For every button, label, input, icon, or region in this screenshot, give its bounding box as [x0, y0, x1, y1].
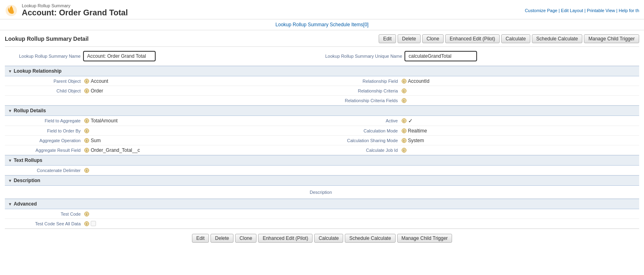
- name-row: Lookup Rollup Summary Name Account: Orde…: [5, 47, 639, 66]
- relationship-field-value: AccountId: [408, 78, 429, 84]
- rollup-details-arrow-icon: ▼: [8, 109, 12, 113]
- test-code-see-all-cell: Test Code See All Data i: [5, 219, 322, 228]
- relationship-criteria-fields-info-icon[interactable]: i: [402, 98, 406, 103]
- relationship-criteria-fields-row: Relationship Criteria Fields i: [5, 96, 639, 105]
- concatenate-delimiter-row: Concatenate Delimiter i: [5, 166, 639, 175]
- test-code-label: Test Code: [8, 212, 81, 216]
- rollup-details-section-header[interactable]: ▼ Rollup Details: [5, 105, 639, 116]
- enhanced-edit-button-bottom[interactable]: Enhanced Edit (Pilot): [258, 234, 313, 243]
- field-to-aggregate-cell: Field to Aggregate i TotalAmount: [5, 116, 322, 125]
- edit-button-top[interactable]: Edit: [379, 34, 396, 43]
- test-code-see-all-checkbox[interactable]: [91, 221, 96, 226]
- calculation-sharing-mode-label: Calculation Sharing Mode: [325, 138, 398, 143]
- calculation-mode-cell: Calculation Mode i Realtime: [322, 126, 640, 135]
- text-rollups-title: Text Rollups: [14, 157, 42, 163]
- parent-object-value: Account: [91, 78, 108, 84]
- description-cell: Description: [5, 188, 639, 196]
- lrs-name-highlight: Account: Order Grand Total: [83, 51, 156, 61]
- aggregate-operation-value: Sum: [91, 138, 101, 143]
- title-block: Lookup Rollup Summary Account: Order Gra…: [22, 3, 128, 17]
- calculation-mode-info-icon[interactable]: i: [402, 128, 406, 133]
- relationship-criteria-label: Relationship Criteria: [325, 88, 398, 93]
- description-arrow-icon: ▼: [8, 178, 12, 183]
- page-title: Account: Order Grand Total: [22, 8, 128, 17]
- text-rollups-arrow-icon: ▼: [8, 158, 12, 163]
- description-title: Description: [14, 178, 40, 183]
- breadcrumb-link[interactable]: Lookup Rollup Summary Schedule Items[0]: [275, 22, 369, 27]
- main-content: Lookup Rollup Summary Detail Edit Delete…: [0, 30, 644, 248]
- active-label: Active: [325, 118, 398, 123]
- calculate-button-top[interactable]: Calculate: [501, 34, 530, 43]
- aggregate-result-field-info-icon[interactable]: i: [84, 148, 89, 153]
- aggregate-operation-label: Aggregate Operation: [8, 138, 81, 143]
- test-code-see-all-info-icon[interactable]: i: [84, 221, 89, 226]
- aggregate-operation-info-icon[interactable]: i: [84, 138, 89, 143]
- test-code-right-empty: [322, 212, 640, 216]
- manage-child-trigger-button-bottom[interactable]: Manage Child Trigger: [397, 234, 452, 243]
- parent-object-cell: Parent Object i Account: [5, 77, 322, 86]
- help-link[interactable]: Help for th: [619, 8, 639, 13]
- detail-header: Lookup Rollup Summary Detail Edit Delete…: [5, 30, 639, 47]
- customize-page-link[interactable]: Customize Page: [525, 8, 557, 13]
- schedule-calculate-button-top[interactable]: Schedule Calculate: [532, 34, 582, 43]
- lrs-unique-name-label: Lookup Rollup Summary Unique Name: [325, 54, 402, 59]
- calculate-button-bottom[interactable]: Calculate: [314, 234, 343, 243]
- test-code-row: Test Code i: [5, 209, 639, 219]
- lrs-name-cell: Lookup Rollup Summary Name Account: Orde…: [5, 49, 322, 63]
- clone-button-top[interactable]: Clone: [422, 34, 444, 43]
- calculate-job-id-info-icon[interactable]: i: [402, 148, 406, 153]
- child-object-row: Child Object i Order Relationship Criter…: [5, 86, 639, 96]
- edit-layout-link[interactable]: Edit Layout: [561, 8, 583, 13]
- test-code-info-icon[interactable]: i: [84, 212, 89, 216]
- field-to-order-by-label: Field to Order By: [8, 128, 81, 133]
- test-code-see-all-row: Test Code See All Data i: [5, 219, 639, 229]
- advanced-title: Advanced: [14, 201, 37, 207]
- lrs-name-value: Account: Order Grand Total: [83, 51, 156, 61]
- calculate-job-id-label: Calculate Job Id: [325, 148, 398, 153]
- field-to-aggregate-info-icon[interactable]: i: [84, 118, 89, 123]
- relationship-criteria-info-icon[interactable]: i: [402, 88, 406, 93]
- manage-child-trigger-button-top[interactable]: Manage Child Trigger: [584, 34, 639, 43]
- enhanced-edit-button-top[interactable]: Enhanced Edit (Pilot): [445, 34, 500, 43]
- empty-text-rollup-right: [322, 169, 640, 172]
- relationship-criteria-fields-cell: Relationship Criteria Fields i: [322, 97, 640, 105]
- breadcrumb-badge: [0]: [363, 22, 369, 27]
- field-to-order-by-row: Field to Order By i Calculation Mode i R…: [5, 126, 639, 136]
- detail-section-title: Lookup Rollup Summary Detail: [5, 36, 89, 42]
- calculation-sharing-mode-info-icon[interactable]: i: [402, 138, 406, 143]
- aggregate-result-field-value: Order_Grand_Total__c: [91, 147, 140, 153]
- delete-button-top[interactable]: Delete: [398, 34, 421, 43]
- calculation-sharing-mode-value: System: [408, 138, 424, 143]
- clone-button-bottom[interactable]: Clone: [235, 234, 256, 243]
- edit-button-bottom[interactable]: Edit: [192, 234, 209, 243]
- active-value: ✓: [408, 118, 413, 124]
- calculation-mode-label: Calculation Mode: [325, 128, 398, 133]
- test-code-see-all-right-empty: [322, 222, 640, 225]
- active-info-icon[interactable]: i: [402, 118, 406, 123]
- active-cell: Active i ✓: [322, 116, 640, 126]
- lrs-unique-name-cell: Lookup Rollup Summary Unique Name calcul…: [322, 49, 640, 63]
- advanced-section-header[interactable]: ▼ Advanced: [5, 199, 639, 209]
- child-object-info-icon[interactable]: i: [84, 88, 89, 93]
- concatenate-delimiter-info-icon[interactable]: i: [84, 168, 89, 173]
- printable-view-link[interactable]: Printable View: [587, 8, 615, 13]
- concatenate-delimiter-label: Concatenate Delimiter: [8, 168, 81, 173]
- field-to-order-by-cell: Field to Order By i: [5, 127, 322, 135]
- field-to-aggregate-row: Field to Aggregate i TotalAmount Active …: [5, 116, 639, 126]
- rollup-details-title: Rollup Details: [14, 108, 46, 113]
- calculation-mode-value: Realtime: [408, 128, 427, 134]
- field-to-order-by-info-icon[interactable]: i: [84, 128, 89, 133]
- aggregate-result-field-label: Aggregate Result Field: [8, 148, 81, 153]
- field-to-aggregate-value: TotalAmount: [91, 118, 118, 124]
- lookup-relationship-section-header[interactable]: ▼ Lookup Relationship: [5, 66, 639, 76]
- parent-object-info-icon[interactable]: i: [84, 79, 89, 84]
- schedule-calculate-button-bottom[interactable]: Schedule Calculate: [345, 234, 395, 243]
- delete-button-bottom[interactable]: Delete: [210, 234, 233, 243]
- aggregate-result-field-cell: Aggregate Result Field i Order_Grand_Tot…: [5, 146, 322, 155]
- relationship-field-info-icon[interactable]: i: [402, 79, 406, 84]
- description-section-header[interactable]: ▼ Description: [5, 175, 639, 186]
- lookup-relationship-title: Lookup Relationship: [14, 68, 62, 74]
- text-rollups-section-header[interactable]: ▼ Text Rollups: [5, 155, 639, 166]
- calculate-job-id-cell: Calculate Job Id i: [322, 146, 640, 154]
- app-title-area: Lookup Rollup Summary Account: Order Gra…: [5, 3, 128, 17]
